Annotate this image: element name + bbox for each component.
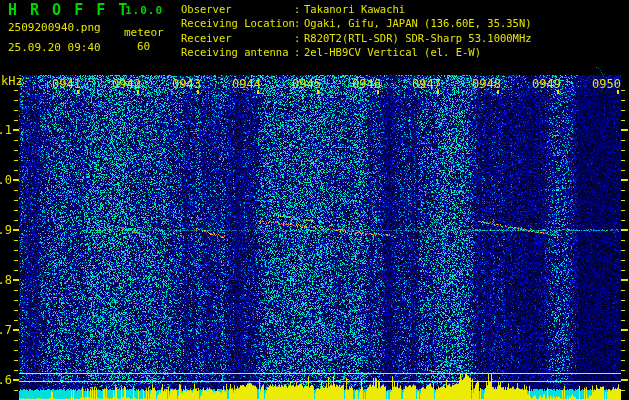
app-title: H R O F F T	[8, 1, 129, 19]
info-colon: :	[294, 46, 300, 58]
start-datetime: 25.09.20 09:40	[8, 41, 101, 54]
info-value: Takanori Kawachi	[304, 3, 405, 15]
output-filename: 2509200940.png	[8, 21, 101, 34]
info-row-location: Receiving Location : Ogaki, Gifu, JAPAN …	[181, 17, 621, 30]
info-colon: :	[294, 17, 300, 29]
info-value: 2el-HB9CV Vertical (el. E-W)	[304, 46, 481, 58]
info-label: Observer	[181, 3, 232, 15]
info-row-observer: Observer : Takanori Kawachi	[181, 3, 621, 16]
info-label: Receiver	[181, 32, 232, 44]
info-value: R820T2(RTL-SDR) SDR-Sharp 53.1000MHz	[304, 32, 532, 44]
mode-label: meteor	[124, 26, 164, 39]
info-value: Ogaki, Gifu, JAPAN (136.60E, 35.35N)	[304, 17, 532, 29]
duration-value: 60	[137, 40, 150, 53]
info-label: Receiving Location	[181, 17, 295, 29]
spectrogram-canvas	[0, 0, 629, 400]
app-version: 1.0.0	[125, 4, 163, 17]
info-label: Receiving antenna	[181, 46, 288, 58]
info-colon: :	[294, 32, 300, 44]
info-colon: :	[294, 3, 300, 15]
hrofft-window: H R O F F T 1.0.0 2509200940.png meteor …	[0, 0, 629, 400]
info-row-antenna: Receiving antenna : 2el-HB9CV Vertical (…	[181, 46, 621, 59]
info-row-receiver: Receiver : R820T2(RTL-SDR) SDR-Sharp 53.…	[181, 32, 621, 45]
